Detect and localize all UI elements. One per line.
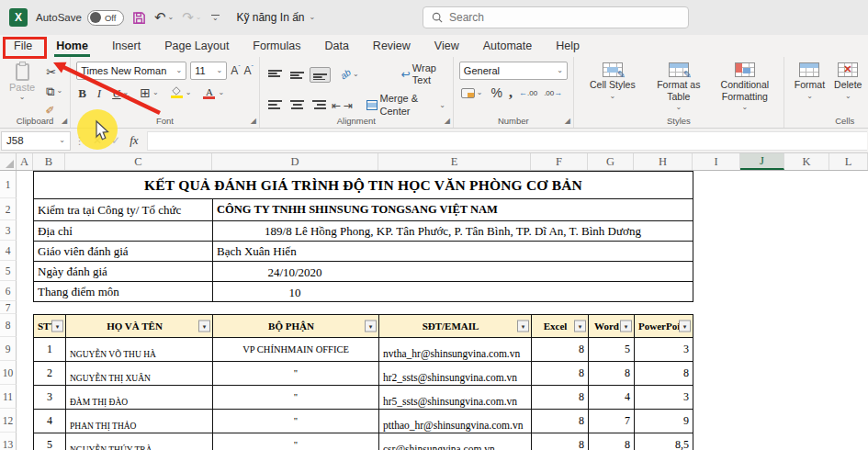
save-button[interactable]	[132, 11, 146, 25]
font-size-select[interactable]: 11⌄	[190, 62, 227, 80]
cell-name[interactable]: ĐÀM THỊ ĐÀO	[66, 386, 213, 410]
redo-button[interactable]: ↷⌄	[182, 9, 201, 26]
row-header-5[interactable]: 5	[0, 261, 17, 281]
cell-email[interactable]: hr5_ssts@shinsungvina.com.vn	[379, 386, 532, 410]
cell-department[interactable]: VP CHÍNHMAIN OFFICE	[213, 338, 379, 362]
orientation-button[interactable]: ab⌄	[339, 68, 361, 81]
bold-button[interactable]: B	[76, 85, 88, 102]
tab-page-layout[interactable]: Page Layout	[152, 35, 241, 57]
filter-button-s-t-email[interactable]: ▾	[517, 321, 529, 332]
filter-button-h-v-t-n[interactable]: ▾	[198, 321, 210, 332]
number-format-select[interactable]: General⌄	[459, 62, 568, 80]
increase-indent-button[interactable]: ⇥	[344, 99, 353, 112]
decrease-decimal-button[interactable]: .00→	[544, 88, 562, 97]
filter-button-stt[interactable]: ▾	[51, 321, 63, 332]
row-header-6[interactable]: 6	[0, 281, 17, 301]
info-label-5[interactable]: Thang điểm môn	[34, 282, 213, 302]
cell-excel-score[interactable]: 8	[532, 362, 589, 386]
delete-cells-button[interactable]: Delete⌄	[829, 62, 866, 101]
autosave-toggle[interactable]: Off	[87, 10, 124, 26]
font-dialog-launcher[interactable]: ◢	[251, 117, 256, 125]
cell-word-score[interactable]: 8	[589, 362, 635, 386]
borders-button[interactable]: ⊞⌄	[138, 84, 160, 102]
formula-input[interactable]	[147, 131, 867, 151]
decrease-indent-button[interactable]: ⇤	[332, 99, 341, 112]
tab-review[interactable]: Review	[361, 35, 423, 57]
cell-excel-score[interactable]: 8	[532, 433, 589, 450]
search-box[interactable]	[423, 6, 689, 28]
info-label-2[interactable]: Địa chỉ	[34, 221, 213, 242]
row-header-8[interactable]: 8	[0, 314, 17, 337]
tab-formulas[interactable]: Formulas	[241, 35, 312, 57]
cell-excel-score[interactable]: 8	[532, 410, 589, 433]
number-dialog-launcher[interactable]: ◢	[565, 117, 570, 125]
row-header-7[interactable]: 7	[0, 301, 17, 314]
accounting-format-button[interactable]: ⌄	[459, 87, 485, 99]
font-name-select[interactable]: Times New Roman⌄	[76, 62, 186, 80]
worksheet[interactable]: 12345678910111213 KẾT QUẢ ĐÁNH GIÁ TRÌNH…	[0, 171, 868, 450]
column-header-j[interactable]: J	[740, 153, 784, 170]
cell-name[interactable]: NGUYỄN VÕ THU HÀ	[66, 338, 213, 362]
info-value-2[interactable]: 189/8 Lê Hồng Phong, KP. Tân Phước, P. T…	[213, 221, 693, 242]
wrap-text-button[interactable]: ↩ Wrap Text	[400, 62, 447, 87]
conditional-formatting-button[interactable]: Conditional Formatting⌄	[712, 62, 778, 112]
percent-style-button[interactable]: %	[491, 85, 502, 100]
column-header-i[interactable]: I	[693, 153, 740, 170]
cell-stt[interactable]: 5	[34, 433, 66, 450]
cell-email[interactable]: nvtha_hr@shinsungvina.com.vn	[379, 338, 532, 362]
cell-name[interactable]: PHAN THỊ THẢO	[66, 410, 213, 433]
table-header-b-ph-n[interactable]: BỘ PHẬN▾	[213, 315, 379, 338]
cell-powerpoint-score[interactable]: 3	[635, 338, 693, 362]
search-input[interactable]	[449, 11, 680, 24]
sheet-main-title[interactable]: KẾT QUẢ ĐÁNH GIÁ TRÌNH ĐỘ TIN HỌC VĂN PH…	[34, 172, 693, 199]
table-header-excel[interactable]: Excel▾	[532, 315, 589, 338]
cell-stt[interactable]: 3	[34, 386, 66, 410]
row-header-4[interactable]: 4	[0, 241, 17, 261]
cell-name[interactable]: NGUYỄN THÚY TRÀ	[66, 433, 213, 450]
customize-quick-access-button[interactable]: ⌄	[209, 15, 220, 20]
tab-view[interactable]: View	[423, 35, 471, 57]
info-value-1[interactable]: CÔNG TY TNHH SHINSUNG TONGSANG VIỆT NAM	[213, 199, 693, 221]
copy-button[interactable]: ⧉⌄	[44, 84, 64, 100]
column-header-c[interactable]: C	[65, 153, 212, 170]
increase-decimal-button[interactable]: ←.00	[519, 88, 537, 97]
info-value-5[interactable]: 10	[213, 282, 693, 302]
row-header-3[interactable]: 3	[0, 220, 17, 241]
document-title[interactable]: Kỹ năng In ấn ⌄	[236, 11, 315, 24]
align-left-button[interactable]	[265, 98, 285, 112]
font-color-button[interactable]: A⌄	[200, 86, 226, 100]
filter-button-b-ph-n[interactable]: ▾	[365, 321, 377, 332]
middle-align-button[interactable]	[287, 68, 307, 82]
table-header-s-t-email[interactable]: SĐT/EMAIL▾	[379, 315, 532, 338]
comma-style-button[interactable]: ,	[509, 84, 513, 101]
filter-button-word[interactable]: ▾	[620, 321, 632, 332]
table-header-stt[interactable]: STT▾	[34, 315, 66, 338]
column-header-b[interactable]: B	[33, 153, 65, 170]
cell-name[interactable]: NGUYỄN THỊ XUÂN	[66, 362, 213, 386]
cell-excel-score[interactable]: 8	[532, 338, 589, 362]
info-label-3[interactable]: Giáo viên đánh giá	[34, 242, 213, 262]
row-header-1[interactable]: 1	[0, 171, 17, 198]
column-header-g[interactable]: G	[588, 153, 634, 170]
cell-department[interactable]: "	[213, 433, 379, 450]
decrease-font-size-button[interactable]: Aˇ	[244, 64, 254, 77]
autosave-control[interactable]: AutoSave Off	[36, 10, 124, 26]
tab-home[interactable]: Home	[44, 35, 100, 57]
cell-email[interactable]: ptthao_hr@shinsungvina.com.vn	[379, 410, 532, 433]
tab-help[interactable]: Help	[544, 35, 592, 57]
column-header-e[interactable]: E	[378, 153, 531, 170]
row-header-10[interactable]: 10	[0, 361, 17, 385]
cell-stt[interactable]: 1	[34, 338, 66, 362]
cell-stt[interactable]: 4	[34, 410, 66, 433]
tab-data[interactable]: Data	[312, 35, 360, 57]
cell-powerpoint-score[interactable]: 8	[635, 362, 693, 386]
cut-button[interactable]: ✂	[44, 64, 64, 81]
tab-insert[interactable]: Insert	[100, 35, 152, 57]
table-header-h-v-t-n[interactable]: HỌ VÀ TÊN▾	[66, 315, 213, 338]
top-align-button[interactable]	[265, 68, 285, 82]
info-value-3[interactable]: Bạch Xuân Hiến	[213, 242, 693, 262]
tab-automate[interactable]: Automate	[471, 35, 545, 57]
column-header-k[interactable]: K	[784, 153, 829, 170]
alignment-dialog-launcher[interactable]: ◢	[445, 117, 450, 125]
fill-color-button[interactable]: ⌄	[168, 86, 194, 99]
